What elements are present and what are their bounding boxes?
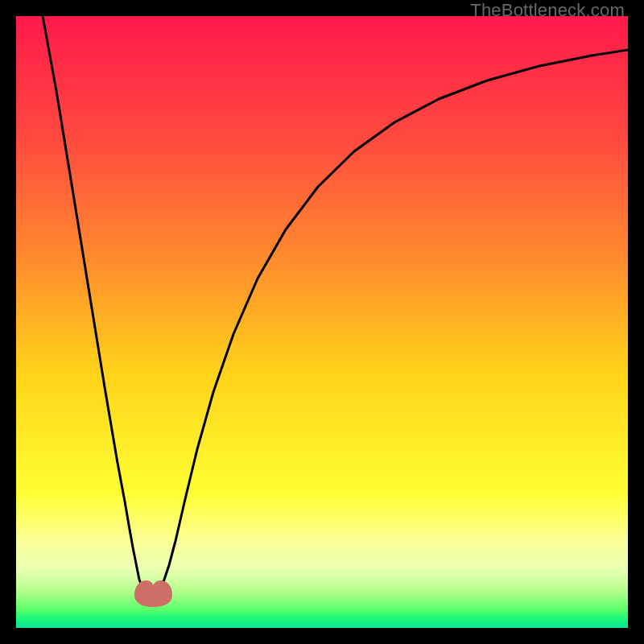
chart-svg — [16, 16, 628, 628]
watermark-text: TheBottleneck.com — [470, 0, 625, 21]
chart-frame: TheBottleneck.com — [0, 0, 644, 644]
plot-area — [16, 16, 628, 628]
minimum-marker — [135, 581, 171, 606]
gradient-background — [16, 16, 628, 628]
